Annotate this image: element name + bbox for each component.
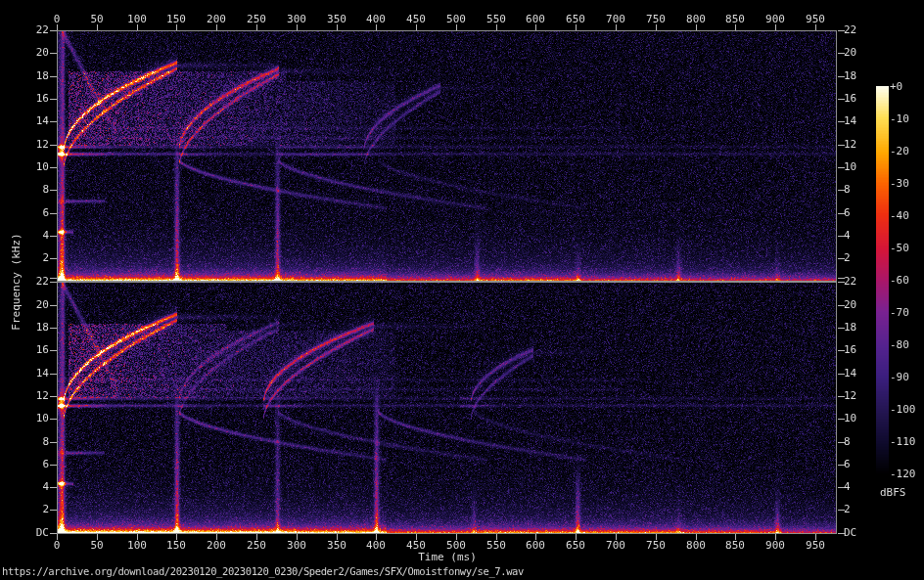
- freq-tick-label-left: 10: [0, 413, 49, 424]
- freq-tick-label-right: 22: [844, 24, 856, 36]
- time-tick-label-top: 0: [54, 14, 61, 25]
- freq-tick-label-left: 12: [0, 139, 49, 151]
- time-tick-label-bottom: 50: [90, 540, 103, 552]
- colorbar-tick-label: -110: [890, 436, 916, 448]
- time-tick-label-bottom: 400: [366, 540, 386, 552]
- time-tick-label-bottom: 700: [606, 540, 625, 552]
- time-tick-label-top: 850: [725, 14, 745, 25]
- time-tick-label-top: 200: [207, 14, 226, 25]
- colorbar-tick-label: -80: [890, 339, 909, 351]
- freq-tick-label-left: 16: [0, 93, 49, 105]
- freq-tick-label-right: 4: [844, 481, 851, 493]
- time-tick-label-top: 500: [446, 14, 466, 25]
- x-axis-title: Time (ms): [418, 551, 477, 563]
- freq-tick-label-right: 10: [844, 161, 856, 173]
- time-tick-label-top: 100: [127, 14, 147, 25]
- freq-tick-label-right: 8: [844, 184, 851, 196]
- time-tick-label-bottom: 950: [806, 540, 825, 552]
- colorbar-tick-label: -90: [890, 372, 909, 383]
- freq-tick-label-left: 14: [0, 368, 49, 379]
- freq-tick-label-left: 8: [0, 184, 49, 196]
- time-tick-label-bottom: 650: [566, 540, 585, 552]
- freq-tick-label-left: 20: [0, 47, 49, 59]
- freq-tick-label-right: 12: [844, 390, 856, 402]
- freq-tick-label-right: 12: [844, 139, 856, 151]
- time-tick-label-top: 300: [287, 14, 306, 25]
- time-tick-label-bottom: 600: [526, 540, 545, 552]
- time-tick-label-bottom: 900: [765, 540, 785, 552]
- spectrogram-window: Frequency (kHz) Time (ms) dBFS https://a…: [0, 0, 924, 580]
- freq-tick-label-right: 6: [844, 459, 851, 470]
- freq-tick-label-right: 6: [844, 207, 851, 219]
- colorbar-tick-label: -60: [890, 275, 909, 287]
- time-tick-label-top: 350: [327, 14, 346, 25]
- time-tick-label-bottom: 250: [247, 540, 266, 552]
- freq-tick-label-right: 14: [844, 368, 856, 379]
- freq-tick-label-right: 16: [844, 93, 856, 105]
- freq-tick-label-right: 2: [844, 252, 851, 264]
- freq-tick-label-left: 22: [0, 276, 49, 288]
- colorbar-tick-label: +0: [890, 81, 902, 93]
- colorbar-unit-label: dBFS: [880, 486, 906, 499]
- freq-tick-label-left: 16: [0, 344, 49, 356]
- freq-tick-label-right: 18: [844, 322, 856, 334]
- time-tick-label-bottom: 550: [486, 540, 506, 552]
- colorbar-tick-label: -70: [890, 307, 909, 319]
- colorbar-tick-label: -20: [890, 146, 909, 157]
- time-tick-label-bottom: 500: [446, 540, 466, 552]
- freq-tick-label-left: 12: [0, 390, 49, 402]
- colorbar-tick-label: -30: [890, 178, 909, 190]
- time-tick-label-bottom: 450: [406, 540, 426, 552]
- freq-tick-label-right: 8: [844, 436, 851, 448]
- freq-tick-label-left: DC: [0, 527, 49, 539]
- colorbar-tick-label: -120: [890, 468, 916, 480]
- freq-tick-label-right: 4: [844, 230, 851, 242]
- freq-tick-label-right: 20: [844, 47, 856, 59]
- freq-tick-label-right: 20: [844, 299, 856, 311]
- axis-labels-layer: Frequency (kHz) Time (ms) dBFS https://a…: [0, 0, 924, 580]
- freq-tick-label-left: 22: [0, 24, 49, 36]
- freq-tick-label-right: 2: [844, 504, 851, 515]
- freq-tick-label-left: 14: [0, 115, 49, 127]
- time-tick-label-top: 750: [646, 14, 666, 25]
- freq-tick-label-left: 8: [0, 436, 49, 448]
- time-tick-label-top: 50: [90, 14, 103, 25]
- time-tick-label-top: 650: [566, 14, 585, 25]
- time-tick-label-top: 550: [486, 14, 506, 25]
- source-url: https://archive.org/download/20230120_20…: [2, 565, 524, 577]
- freq-tick-label-left: 18: [0, 322, 49, 334]
- freq-tick-label-left: 2: [0, 252, 49, 264]
- freq-tick-label-right: 14: [844, 115, 856, 127]
- time-tick-label-top: 400: [366, 14, 386, 25]
- freq-tick-label-left: 20: [0, 299, 49, 311]
- freq-tick-label-right: DC: [844, 527, 856, 539]
- colorbar-tick-label: -40: [890, 210, 909, 222]
- time-tick-label-bottom: 200: [207, 540, 226, 552]
- time-tick-label-bottom: 300: [287, 540, 306, 552]
- time-tick-label-bottom: 100: [127, 540, 147, 552]
- time-tick-label-bottom: 800: [686, 540, 706, 552]
- time-tick-label-top: 150: [166, 14, 186, 25]
- time-tick-label-bottom: 150: [166, 540, 186, 552]
- freq-tick-label-left: 4: [0, 481, 49, 493]
- freq-tick-label-right: 10: [844, 413, 856, 424]
- time-tick-label-top: 900: [765, 14, 785, 25]
- time-tick-label-top: 600: [526, 14, 545, 25]
- freq-tick-label-right: 22: [844, 276, 856, 288]
- time-tick-label-bottom: 350: [327, 540, 346, 552]
- time-tick-label-top: 700: [606, 14, 625, 25]
- freq-tick-label-left: 2: [0, 504, 49, 515]
- freq-tick-label-right: 18: [844, 70, 856, 82]
- freq-tick-label-left: 6: [0, 207, 49, 219]
- freq-tick-label-left: 4: [0, 230, 49, 242]
- time-tick-label-bottom: 0: [54, 540, 61, 552]
- colorbar-tick-label: -100: [890, 404, 916, 416]
- colorbar-tick-label: -10: [890, 113, 909, 125]
- time-tick-label-bottom: 850: [725, 540, 745, 552]
- freq-tick-label-left: 6: [0, 459, 49, 470]
- freq-tick-label-left: 10: [0, 161, 49, 173]
- time-tick-label-top: 950: [806, 14, 825, 25]
- freq-tick-label-right: 16: [844, 344, 856, 356]
- time-tick-label-top: 450: [406, 14, 426, 25]
- time-tick-label-bottom: 750: [646, 540, 666, 552]
